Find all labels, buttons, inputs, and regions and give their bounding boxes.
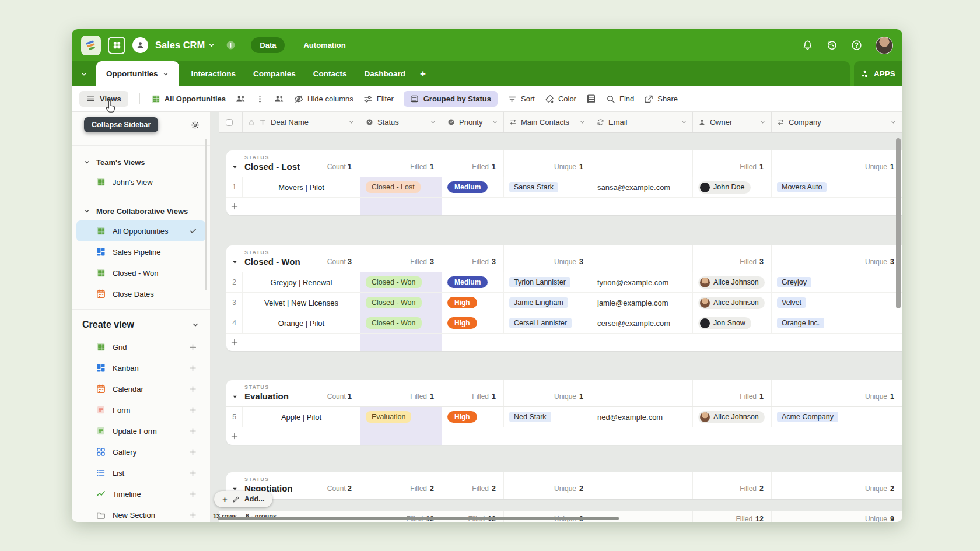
chevron-down-icon[interactable] [890, 119, 897, 125]
column-header-status[interactable]: Status [360, 112, 442, 132]
plus-icon[interactable] [188, 448, 197, 457]
vertical-scrollbar[interactable] [896, 138, 901, 308]
cell-deal-name[interactable]: Velvet | New Licenses [243, 293, 360, 313]
table-row[interactable]: 5Apple | PilotEvaluationHighNed Starkned… [226, 407, 902, 427]
chevron-down-icon[interactable] [579, 119, 586, 125]
sidebar-scrollbar[interactable] [205, 139, 207, 290]
cell-priority[interactable]: High [442, 407, 504, 427]
plus-icon[interactable] [188, 469, 197, 478]
grouped-by-status-button[interactable]: Grouped by Status [404, 91, 498, 107]
row-number[interactable]: 3 [226, 293, 243, 313]
group-collapse-toggle[interactable] [226, 245, 243, 272]
cell-company[interactable]: Greyjoy [772, 272, 902, 292]
color-button[interactable]: Color [545, 94, 576, 104]
cell-email[interactable]: ned@example.com [592, 407, 693, 427]
group-collapse-toggle[interactable] [226, 150, 243, 177]
row-height-icon[interactable] [586, 94, 596, 104]
cell-priority[interactable]: High [442, 293, 504, 313]
tab-automation[interactable]: Automation [303, 41, 345, 50]
sidebar-create-list[interactable]: List [76, 462, 205, 483]
cell-main-contact[interactable]: Ned Stark [504, 407, 592, 427]
sidebar-create-new-section[interactable]: New Section [76, 504, 205, 522]
cell-email[interactable]: sansa@example.com [592, 177, 693, 197]
cell-priority[interactable]: High [442, 313, 504, 333]
select-all-cell[interactable] [219, 112, 243, 132]
tab-data[interactable]: Data [251, 37, 285, 53]
add-row-in-group[interactable] [226, 334, 902, 351]
plus-icon[interactable] [188, 385, 197, 394]
cell-owner[interactable]: Alice Johnson [693, 407, 772, 427]
horizontal-scrollbar[interactable] [218, 517, 619, 520]
cell-owner[interactable]: John Doe [693, 177, 772, 197]
row-number[interactable]: 2 [226, 272, 243, 292]
sidebar-create-grid[interactable]: Grid [76, 336, 205, 357]
row-number[interactable]: 4 [226, 313, 243, 333]
sheet-tab-companies[interactable]: Companies [253, 61, 296, 86]
chevron-down-icon[interactable] [348, 119, 355, 125]
column-header-deal-name[interactable]: Deal Name [243, 112, 360, 132]
cell-status[interactable]: Closed - Won [360, 293, 442, 313]
cell-main-contact[interactable]: Sansa Stark [504, 177, 592, 197]
view-switcher[interactable]: All Opportunities [151, 94, 226, 104]
share-view-users-icon[interactable] [274, 94, 284, 104]
table-row[interactable]: 3Velvet | New LicensesClosed - WonHighJa… [226, 293, 902, 313]
user-avatar[interactable] [876, 37, 893, 54]
sidebar-section-more-collaborative-views[interactable]: More Collaborative Views [72, 202, 210, 220]
sheet-tab-dashboard[interactable]: Dashboard [365, 61, 406, 86]
cell-owner[interactable]: Alice Johnson [693, 293, 772, 313]
cell-company[interactable]: Orange Inc. [772, 313, 902, 333]
hide-columns-button[interactable]: Hide columns [294, 94, 354, 104]
column-header-main-contacts[interactable]: Main Contacts [504, 112, 592, 132]
row-number[interactable]: 1 [226, 177, 243, 197]
sheet-tab-contacts[interactable]: Contacts [313, 61, 347, 86]
cell-deal-name[interactable]: Movers | Pilot [243, 177, 360, 197]
workspace-grid-button[interactable] [108, 37, 125, 54]
cell-email[interactable]: jamie@example.com [592, 293, 693, 313]
sheet-tab-interactions[interactable]: Interactions [191, 61, 236, 86]
sort-button[interactable]: Sort [508, 94, 535, 104]
column-header-owner[interactable]: Owner [693, 112, 772, 132]
info-icon[interactable] [226, 40, 236, 50]
tabs-collapse-icon[interactable] [80, 70, 88, 78]
add-sheet-button[interactable]: + [420, 61, 426, 86]
more-options-icon[interactable] [256, 94, 264, 103]
cell-company[interactable]: Movers Auto [772, 177, 902, 197]
table-row[interactable]: 1Movers | PilotClosed - LostMediumSansa … [226, 177, 902, 198]
cell-main-contact[interactable]: Tyrion Lannister [504, 272, 592, 292]
cell-priority[interactable]: Medium [442, 177, 504, 197]
workspace-avatar[interactable] [132, 37, 148, 53]
cell-status[interactable]: Evaluation [360, 407, 442, 427]
table-row[interactable]: 4Orange | PilotClosed - WonHighCersei La… [226, 313, 902, 334]
gear-icon[interactable] [191, 121, 200, 129]
cell-status[interactable]: Closed - Won [360, 272, 442, 292]
cell-email[interactable]: cersei@example.com [592, 313, 693, 333]
select-all-checkbox[interactable] [226, 119, 233, 126]
sidebar-item-close-dates[interactable]: Close Dates [76, 283, 205, 304]
cell-owner[interactable]: Jon Snow [693, 313, 772, 333]
share-button[interactable]: Share [644, 94, 678, 104]
chevron-down-icon[interactable] [681, 119, 687, 125]
notifications-icon[interactable] [802, 40, 813, 51]
sidebar-create-form[interactable]: Form [76, 399, 205, 420]
cell-owner[interactable]: Alice Johnson [693, 272, 772, 292]
history-icon[interactable] [827, 40, 838, 51]
plus-icon[interactable] [188, 490, 197, 499]
sidebar-create-update-form[interactable]: Update Form [76, 420, 205, 441]
filter-button[interactable]: Filter [363, 94, 394, 104]
add-row-in-group[interactable] [226, 427, 902, 445]
sidebar-create-kanban[interactable]: Kanban [76, 357, 205, 378]
column-header-company[interactable]: Company [772, 112, 902, 132]
column-header-priority[interactable]: Priority [442, 112, 504, 132]
sidebar-item-sales-pipeline[interactable]: Sales Pipeline [76, 241, 205, 262]
cell-status[interactable]: Closed - Won [360, 313, 442, 333]
chevron-down-icon[interactable] [430, 119, 436, 125]
cell-status[interactable]: Closed - Lost [360, 177, 442, 197]
chevron-down-icon[interactable] [760, 119, 766, 125]
views-button[interactable]: Views [79, 91, 128, 107]
plus-icon[interactable] [188, 427, 197, 436]
sidebar-item-all-opportunities[interactable]: All Opportunities [76, 220, 205, 241]
stackby-logo[interactable] [81, 36, 101, 55]
find-button[interactable]: Find [606, 94, 634, 104]
apps-button[interactable]: APPS [854, 61, 902, 86]
table-row[interactable]: 2Greyjoy | RenewalClosed - WonMediumTyri… [226, 272, 902, 293]
